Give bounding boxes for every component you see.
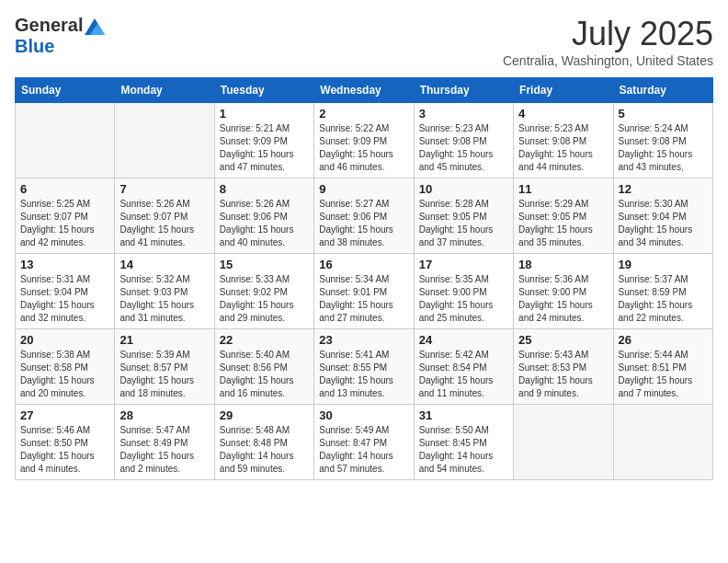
calendar-cell: 27Sunrise: 5:46 AMSunset: 8:50 PMDayligh… <box>16 405 115 480</box>
day-number: 6 <box>20 182 109 196</box>
day-detail: Sunrise: 5:33 AMSunset: 9:02 PMDaylight:… <box>220 273 309 325</box>
day-detail: Sunrise: 5:23 AMSunset: 9:08 PMDaylight:… <box>419 122 508 174</box>
calendar-cell <box>613 405 712 480</box>
day-number: 1 <box>220 107 309 121</box>
calendar-cell: 4Sunrise: 5:23 AMSunset: 9:08 PMDaylight… <box>514 103 613 178</box>
day-number: 2 <box>319 107 408 121</box>
calendar-cell: 1Sunrise: 5:21 AMSunset: 9:09 PMDaylight… <box>214 103 313 178</box>
calendar-cell: 22Sunrise: 5:40 AMSunset: 8:56 PMDayligh… <box>214 329 313 405</box>
location-subtitle: Centralia, Washington, United States <box>503 53 713 68</box>
logo: General Blue <box>15 15 105 57</box>
column-header-tuesday: Tuesday <box>214 78 313 103</box>
day-detail: Sunrise: 5:46 AMSunset: 8:50 PMDaylight:… <box>20 424 109 476</box>
column-header-saturday: Saturday <box>613 78 712 103</box>
day-number: 26 <box>619 333 708 347</box>
day-number: 14 <box>119 258 209 271</box>
calendar-week-row: 1Sunrise: 5:21 AMSunset: 9:09 PMDaylight… <box>16 103 713 178</box>
day-number: 30 <box>319 408 408 422</box>
calendar-cell: 6Sunrise: 5:25 AMSunset: 9:07 PMDaylight… <box>16 178 115 254</box>
day-detail: Sunrise: 5:41 AMSunset: 8:55 PMDaylight:… <box>319 349 408 400</box>
calendar-cell: 30Sunrise: 5:49 AMSunset: 8:47 PMDayligh… <box>314 405 414 480</box>
day-number: 10 <box>419 182 508 196</box>
calendar-cell <box>115 103 214 178</box>
day-number: 9 <box>319 182 408 196</box>
day-detail: Sunrise: 5:42 AMSunset: 8:54 PMDaylight:… <box>419 349 508 400</box>
calendar-table: SundayMondayTuesdayWednesdayThursdayFrid… <box>15 77 713 480</box>
day-number: 4 <box>518 107 608 121</box>
column-header-thursday: Thursday <box>414 78 513 103</box>
day-detail: Sunrise: 5:29 AMSunset: 9:05 PMDaylight:… <box>518 198 608 249</box>
day-detail: Sunrise: 5:22 AMSunset: 9:09 PMDaylight:… <box>319 122 408 174</box>
calendar-cell: 17Sunrise: 5:35 AMSunset: 9:00 PMDayligh… <box>414 254 513 329</box>
logo-general: General <box>15 15 83 36</box>
day-detail: Sunrise: 5:25 AMSunset: 9:07 PMDaylight:… <box>20 198 109 249</box>
calendar-cell: 31Sunrise: 5:50 AMSunset: 8:45 PMDayligh… <box>414 405 513 480</box>
calendar-cell: 10Sunrise: 5:28 AMSunset: 9:05 PMDayligh… <box>414 178 513 254</box>
day-detail: Sunrise: 5:26 AMSunset: 9:06 PMDaylight:… <box>220 198 309 249</box>
day-number: 3 <box>419 107 508 121</box>
calendar-week-row: 27Sunrise: 5:46 AMSunset: 8:50 PMDayligh… <box>16 405 713 480</box>
month-title: July 2025 <box>503 15 713 53</box>
day-detail: Sunrise: 5:30 AMSunset: 9:04 PMDaylight:… <box>619 198 708 249</box>
day-detail: Sunrise: 5:21 AMSunset: 9:09 PMDaylight:… <box>220 122 309 174</box>
calendar-cell: 9Sunrise: 5:27 AMSunset: 9:06 PMDaylight… <box>314 178 414 254</box>
day-detail: Sunrise: 5:49 AMSunset: 8:47 PMDaylight:… <box>319 424 408 476</box>
day-number: 13 <box>20 258 109 271</box>
day-number: 29 <box>220 408 309 422</box>
column-header-friday: Friday <box>514 78 613 103</box>
day-detail: Sunrise: 5:39 AMSunset: 8:57 PMDaylight:… <box>119 349 209 400</box>
day-number: 15 <box>220 258 309 271</box>
day-detail: Sunrise: 5:24 AMSunset: 9:08 PMDaylight:… <box>619 122 708 174</box>
day-number: 7 <box>119 182 209 196</box>
calendar-cell: 8Sunrise: 5:26 AMSunset: 9:06 PMDaylight… <box>214 178 313 254</box>
calendar-cell <box>16 103 115 178</box>
calendar-week-row: 13Sunrise: 5:31 AMSunset: 9:04 PMDayligh… <box>16 254 713 329</box>
logo-icon <box>85 18 105 35</box>
day-number: 19 <box>619 258 708 271</box>
calendar-week-row: 20Sunrise: 5:38 AMSunset: 8:58 PMDayligh… <box>16 329 713 405</box>
day-number: 31 <box>419 408 508 422</box>
calendar-cell: 29Sunrise: 5:48 AMSunset: 8:48 PMDayligh… <box>214 405 313 480</box>
day-number: 22 <box>220 333 309 347</box>
day-detail: Sunrise: 5:28 AMSunset: 9:05 PMDaylight:… <box>419 198 508 249</box>
day-number: 24 <box>419 333 508 347</box>
day-detail: Sunrise: 5:47 AMSunset: 8:49 PMDaylight:… <box>119 424 209 476</box>
calendar-cell: 14Sunrise: 5:32 AMSunset: 9:03 PMDayligh… <box>115 254 214 329</box>
day-number: 25 <box>518 333 608 347</box>
column-header-sunday: Sunday <box>16 78 115 103</box>
day-detail: Sunrise: 5:27 AMSunset: 9:06 PMDaylight:… <box>319 198 408 249</box>
day-number: 23 <box>319 333 408 347</box>
calendar-cell: 2Sunrise: 5:22 AMSunset: 9:09 PMDaylight… <box>314 103 414 178</box>
calendar-cell: 16Sunrise: 5:34 AMSunset: 9:01 PMDayligh… <box>314 254 414 329</box>
day-number: 28 <box>119 408 209 422</box>
calendar-cell: 18Sunrise: 5:36 AMSunset: 9:00 PMDayligh… <box>514 254 613 329</box>
day-detail: Sunrise: 5:32 AMSunset: 9:03 PMDaylight:… <box>119 273 209 325</box>
day-number: 18 <box>518 258 608 271</box>
day-detail: Sunrise: 5:40 AMSunset: 8:56 PMDaylight:… <box>220 349 309 400</box>
title-area: July 2025 Centralia, Washington, United … <box>503 15 713 68</box>
calendar-cell <box>514 405 613 480</box>
day-detail: Sunrise: 5:23 AMSunset: 9:08 PMDaylight:… <box>518 122 608 174</box>
day-number: 20 <box>20 333 109 347</box>
calendar-cell: 19Sunrise: 5:37 AMSunset: 8:59 PMDayligh… <box>613 254 712 329</box>
calendar-cell: 26Sunrise: 5:44 AMSunset: 8:51 PMDayligh… <box>613 329 712 405</box>
day-detail: Sunrise: 5:31 AMSunset: 9:04 PMDaylight:… <box>20 273 109 325</box>
calendar-cell: 12Sunrise: 5:30 AMSunset: 9:04 PMDayligh… <box>613 178 712 254</box>
calendar-cell: 25Sunrise: 5:43 AMSunset: 8:53 PMDayligh… <box>514 329 613 405</box>
page-header: General Blue July 2025 Centralia, Washin… <box>15 15 713 68</box>
day-number: 16 <box>319 258 408 271</box>
day-detail: Sunrise: 5:36 AMSunset: 9:00 PMDaylight:… <box>518 273 608 325</box>
calendar-cell: 23Sunrise: 5:41 AMSunset: 8:55 PMDayligh… <box>314 329 414 405</box>
calendar-cell: 13Sunrise: 5:31 AMSunset: 9:04 PMDayligh… <box>16 254 115 329</box>
calendar-body: 1Sunrise: 5:21 AMSunset: 9:09 PMDaylight… <box>16 103 713 480</box>
day-detail: Sunrise: 5:48 AMSunset: 8:48 PMDaylight:… <box>220 424 309 476</box>
day-number: 17 <box>419 258 508 271</box>
calendar-header: SundayMondayTuesdayWednesdayThursdayFrid… <box>16 78 713 103</box>
calendar-cell: 21Sunrise: 5:39 AMSunset: 8:57 PMDayligh… <box>115 329 214 405</box>
day-detail: Sunrise: 5:35 AMSunset: 9:00 PMDaylight:… <box>419 273 508 325</box>
column-header-monday: Monday <box>115 78 214 103</box>
calendar-cell: 15Sunrise: 5:33 AMSunset: 9:02 PMDayligh… <box>214 254 313 329</box>
day-detail: Sunrise: 5:37 AMSunset: 8:59 PMDaylight:… <box>619 273 708 325</box>
day-number: 27 <box>20 408 109 422</box>
calendar-cell: 11Sunrise: 5:29 AMSunset: 9:05 PMDayligh… <box>514 178 613 254</box>
